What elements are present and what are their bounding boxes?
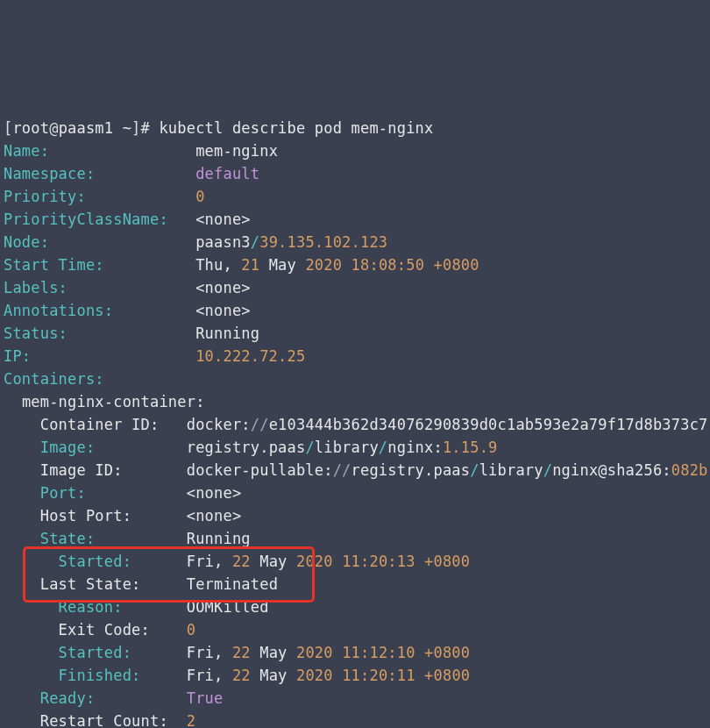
label-ip: IP: xyxy=(4,347,31,365)
value-priorityclassname: <none> xyxy=(195,211,251,228)
f-d: 22 xyxy=(232,667,251,684)
start-t: 18:08:50 xyxy=(351,256,424,274)
label-state: State: xyxy=(40,530,96,547)
prompt-host: paasm1 xyxy=(59,119,114,137)
container-header: mem-nginx-container: xyxy=(22,393,205,410)
start-mon: May xyxy=(269,256,296,274)
cid-slashes: // xyxy=(251,416,269,433)
s2-d: 22 xyxy=(232,644,251,661)
label-hostport: Host Port: xyxy=(40,507,131,525)
s2-tz: +0800 xyxy=(424,644,470,661)
label-exitcode: Exit Code: xyxy=(59,621,150,639)
img-p1: library xyxy=(315,439,379,456)
prompt-symbol: # xyxy=(141,119,150,137)
s1-d: 22 xyxy=(232,553,251,570)
s2-t: 11:12:10 xyxy=(342,644,415,661)
label-restart: Restart Count: xyxy=(40,712,168,728)
label-started-2: Started: xyxy=(59,644,131,661)
s1-y: 2020 xyxy=(296,553,333,570)
cid-scheme: docker: xyxy=(187,416,251,433)
img-s2: / xyxy=(379,439,387,456)
s1-tz: +0800 xyxy=(424,553,470,570)
s1-mon: May xyxy=(259,553,287,570)
value-exitcode: 0 xyxy=(187,621,195,639)
value-status: Running xyxy=(195,325,259,342)
label-annotations: Annotations: xyxy=(4,302,113,319)
value-namespace: default xyxy=(195,165,259,182)
label-started-1: Started: xyxy=(59,553,131,570)
value-node-name: paasn3 xyxy=(195,233,251,251)
value-hostport: <none> xyxy=(187,507,242,525)
f-dw: Fri, xyxy=(187,667,224,684)
label-laststate: Last State: xyxy=(40,575,141,593)
imgid-p1: library xyxy=(479,461,543,479)
s2-dw: Fri, xyxy=(187,644,224,661)
value-ip: 10.222.72.25 xyxy=(195,347,305,365)
label-priorityclassname: PriorityClassName: xyxy=(4,211,168,228)
value-reason: OOMKilled xyxy=(187,598,269,616)
imgid-repo: registry.paas xyxy=(351,461,471,479)
label-name: Name: xyxy=(4,142,49,160)
label-namespace: Namespace: xyxy=(4,165,95,182)
imgid-s1: / xyxy=(470,461,479,479)
value-container-id: e103444b362d34076290839d0c1ab593e2a79f17… xyxy=(269,416,708,433)
label-node: Node: xyxy=(4,233,49,251)
s1-t: 11:20:13 xyxy=(342,553,415,570)
img-repo: registry.paas xyxy=(187,439,306,456)
imgid-scheme: docker-pullable: xyxy=(187,461,333,479)
s2-y: 2020 xyxy=(296,644,333,661)
label-starttime: Start Time: xyxy=(4,256,104,274)
value-image-tag: 1.15.9 xyxy=(443,439,498,456)
value-priority: 0 xyxy=(195,188,204,205)
prompt-cwd: ~ xyxy=(123,119,131,137)
label-container-id: Container ID: xyxy=(40,416,160,433)
s2-mon: May xyxy=(259,644,287,661)
f-mon: May xyxy=(259,667,287,684)
value-annotations: <none> xyxy=(195,302,251,319)
value-state: Running xyxy=(187,530,251,547)
prompt-command: kubectl describe pod mem-nginx xyxy=(159,119,433,137)
imgid-s: // xyxy=(333,461,351,479)
label-labels: Labels: xyxy=(4,279,67,296)
start-dw: Thu, xyxy=(195,256,232,274)
f-tz: +0800 xyxy=(424,667,470,684)
prompt-user: root xyxy=(12,119,49,137)
value-ready: True xyxy=(187,689,224,707)
start-y: 2020 xyxy=(305,256,342,274)
img-p2: nginx: xyxy=(387,439,443,456)
imgid-p2: nginx@sha256: xyxy=(552,461,671,479)
value-name: mem-nginx xyxy=(195,142,278,160)
label-port: Port: xyxy=(40,484,86,502)
start-d: 21 xyxy=(241,256,259,274)
f-t: 11:20:11 xyxy=(342,667,415,684)
label-containers: Containers: xyxy=(4,370,104,388)
terminal-output: [root@paasm1 ~]# kubectl describe pod me… xyxy=(0,91,710,728)
imgid-d: 082b xyxy=(671,461,708,479)
label-image-id: Image ID: xyxy=(40,461,123,479)
label-reason: Reason: xyxy=(59,598,123,616)
imgid-s2: / xyxy=(543,461,552,479)
label-image: Image: xyxy=(40,439,96,456)
value-restart: 2 xyxy=(187,712,195,728)
f-y: 2020 xyxy=(296,667,333,684)
label-status: Status: xyxy=(4,325,67,342)
node-sep: / xyxy=(251,233,259,251)
value-node-ip: 39.135.102.123 xyxy=(259,233,387,251)
value-laststate: Terminated xyxy=(187,575,278,593)
start-tz: +0800 xyxy=(434,256,479,274)
label-finished: Finished: xyxy=(59,667,141,684)
s1-dw: Fri, xyxy=(187,553,224,570)
prompt-line: [root@paasm1 ~]# kubectl describe pod me… xyxy=(4,117,706,139)
value-port: <none> xyxy=(187,484,242,502)
value-labels: <none> xyxy=(195,279,251,296)
img-s1: / xyxy=(305,439,314,456)
label-priority: Priority: xyxy=(4,188,86,205)
label-ready: Ready: xyxy=(40,689,96,707)
